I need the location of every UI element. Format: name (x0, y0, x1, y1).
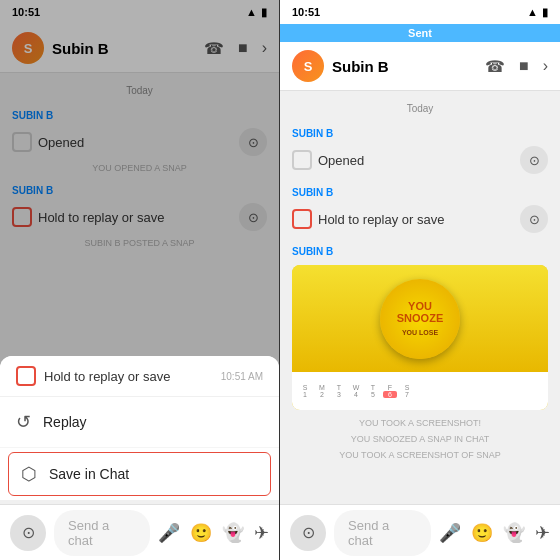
calendar-strip: S M T W T F S 1 2 3 4 5 6 (292, 372, 548, 410)
caption-3: YOU TOOK A SCREENSHOT OF SNAP (280, 448, 560, 462)
battery-icon-right: ▮ (542, 6, 548, 19)
replay-label: Replay (43, 414, 87, 430)
bitmoji-icon-left[interactable]: 👻 (222, 522, 244, 544)
sender-label-r2: SUBIN B (280, 185, 560, 200)
contact-name-right: Subin B (332, 58, 477, 75)
opened-text-r: Opened (318, 153, 514, 168)
snap-hold-indicator-r (292, 209, 312, 229)
replay-icon: ↺ (16, 411, 31, 433)
context-snap-text: Hold to replay or save (44, 369, 213, 384)
cal-header-row: S M T W T F S (298, 384, 542, 391)
bottom-icons-left: 🎤 🙂 👻 ✈ (158, 522, 269, 544)
snooze-circle: youSNOOZEyou lose (380, 279, 460, 359)
context-snap-row: Hold to replay or save 10:51 AM (0, 356, 279, 397)
sent-badge: Sent (280, 24, 560, 42)
cal-dates-row: 1 2 3 4 5 6 7 (298, 391, 542, 398)
bottom-icons-right: 🎤 🙂 👻 ✈ (439, 522, 550, 544)
status-icons-right: ▲ ▮ (527, 6, 548, 19)
snooze-text: youSNOOZEyou lose (397, 300, 443, 336)
camera-replay-btn-r2[interactable]: ⊙ (520, 205, 548, 233)
caption-2: YOU SNOOZED A SNAP IN CHAT (280, 432, 560, 446)
chat-input-left[interactable]: Send a chat (54, 510, 150, 556)
chevron-right-icon-right[interactable]: › (543, 57, 548, 75)
send-icon-right[interactable]: ✈ (535, 522, 550, 544)
wifi-icon-right: ▲ (527, 6, 538, 18)
context-snap-indicator (16, 366, 36, 386)
right-phone: 10:51 ▲ ▮ Sent S Subin B ☎ ■ › Today SUB… (280, 0, 560, 560)
mic-icon-left[interactable]: 🎤 (158, 522, 180, 544)
camera-replay-btn-r1[interactable]: ⊙ (520, 146, 548, 174)
context-snap-time: 10:51 AM (221, 371, 263, 382)
message-row-opened-r: Opened ⊙ (280, 143, 560, 177)
save-in-chat-label: Save in Chat (49, 466, 129, 482)
save-in-chat-menu-item[interactable]: ⬡ Save in Chat (8, 452, 271, 496)
time-right: 10:51 (292, 6, 320, 18)
context-menu: Hold to replay or save 10:51 AM ↺ Replay… (0, 356, 279, 500)
header-actions-right: ☎ ■ › (485, 57, 548, 76)
snap-opened-indicator-r (292, 150, 312, 170)
message-row-hold-r: Hold to replay or save ⊙ (280, 202, 560, 236)
camera-btn-left[interactable]: ⊙ (10, 515, 46, 551)
sender-label-r1: SUBIN B (280, 126, 560, 141)
context-overlay: Hold to replay or save 10:51 AM ↺ Replay… (0, 0, 279, 500)
phone-icon-right[interactable]: ☎ (485, 57, 505, 76)
hold-text-r: Hold to replay or save (318, 212, 514, 227)
emoji-icon-left[interactable]: 🙂 (190, 522, 212, 544)
video-icon-right[interactable]: ■ (519, 57, 529, 75)
replay-menu-item[interactable]: ↺ Replay (0, 397, 279, 448)
save-icon: ⬡ (21, 463, 37, 485)
you-snooze-image: youSNOOZEyou lose S M T W T F S 1 (292, 265, 548, 410)
send-icon-left[interactable]: ✈ (254, 522, 269, 544)
caption-1: YOU TOOK A SCREENSHOT! (280, 416, 560, 430)
left-phone: 10:51 ▲ ▮ S Subin B ☎ ■ › Today SUBIN B … (0, 0, 280, 560)
chat-area-right: Today SUBIN B Opened ⊙ SUBIN B Hold to r… (280, 91, 560, 504)
sender-label-r3: SUBIN B (280, 244, 560, 259)
image-snap[interactable]: youSNOOZEyou lose S M T W T F S 1 (292, 265, 548, 410)
chat-input-right[interactable]: Send a chat (334, 510, 431, 556)
emoji-icon-right[interactable]: 🙂 (471, 522, 493, 544)
mic-icon-right[interactable]: 🎤 (439, 522, 461, 544)
status-bar-right: 10:51 ▲ ▮ (280, 0, 560, 24)
chat-header-right: S Subin B ☎ ■ › (280, 42, 560, 91)
avatar-right: S (292, 50, 324, 82)
bottom-bar-right: ⊙ Send a chat 🎤 🙂 👻 ✈ (280, 504, 560, 560)
day-label-right: Today (280, 103, 560, 114)
bottom-bar-left: ⊙ Send a chat 🎤 🙂 👻 ✈ (0, 504, 279, 560)
bitmoji-icon-right[interactable]: 👻 (503, 522, 525, 544)
camera-btn-right[interactable]: ⊙ (290, 515, 326, 551)
